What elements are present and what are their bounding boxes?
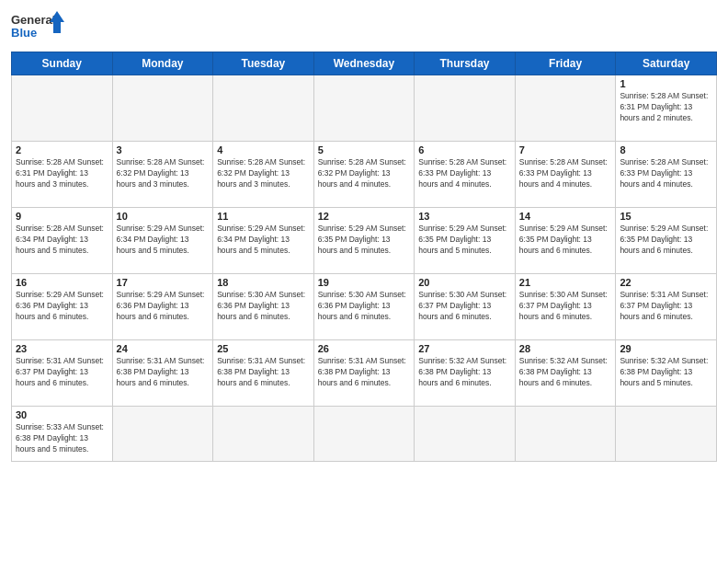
week-row-1: 2Sunrise: 5:28 AM Sunset: 6:31 PM Daylig… [12,142,717,208]
day-info: Sunrise: 5:30 AM Sunset: 6:36 PM Dayligh… [217,290,310,323]
day-info: Sunrise: 5:28 AM Sunset: 6:34 PM Dayligh… [16,224,108,257]
calendar-cell [415,75,516,142]
day-info: Sunrise: 5:28 AM Sunset: 6:33 PM Dayligh… [418,157,511,190]
day-info: Sunrise: 5:28 AM Sunset: 6:33 PM Dayligh… [519,157,612,190]
day-info: Sunrise: 5:29 AM Sunset: 6:34 PM Dayligh… [217,224,310,257]
calendar-cell: 29Sunrise: 5:32 AM Sunset: 6:38 PM Dayli… [616,340,717,407]
day-number: 9 [16,211,108,222]
day-number: 4 [217,144,310,155]
day-info: Sunrise: 5:28 AM Sunset: 6:32 PM Dayligh… [318,157,411,190]
day-info: Sunrise: 5:28 AM Sunset: 6:32 PM Dayligh… [217,157,310,190]
general-blue-logo-icon: General Blue [11,9,66,44]
day-header-monday: Monday [112,52,213,75]
day-number: 25 [217,343,310,354]
calendar-cell [515,75,616,142]
calendar-cell: 1Sunrise: 5:28 AM Sunset: 6:31 PM Daylig… [616,75,717,142]
day-info: Sunrise: 5:31 AM Sunset: 6:38 PM Dayligh… [117,356,210,389]
calendar-cell: 25Sunrise: 5:31 AM Sunset: 6:38 PM Dayli… [213,340,314,407]
calendar-cell: 4Sunrise: 5:28 AM Sunset: 6:32 PM Daylig… [213,142,314,208]
day-number: 16 [16,277,108,288]
day-number: 30 [16,409,108,420]
calendar-cell: 17Sunrise: 5:29 AM Sunset: 6:36 PM Dayli… [112,274,213,340]
calendar-cell [213,75,314,142]
day-number: 27 [418,343,511,354]
day-info: Sunrise: 5:31 AM Sunset: 6:37 PM Dayligh… [16,356,108,389]
calendar-cell [112,75,213,142]
day-number: 21 [519,277,612,288]
calendar-cell: 24Sunrise: 5:31 AM Sunset: 6:38 PM Dayli… [112,340,213,407]
day-header-friday: Friday [515,52,616,75]
day-header-tuesday: Tuesday [213,52,314,75]
header: General Blue [11,9,717,44]
calendar-cell: 7Sunrise: 5:28 AM Sunset: 6:33 PM Daylig… [515,142,616,208]
day-info: Sunrise: 5:29 AM Sunset: 6:35 PM Dayligh… [519,224,612,257]
day-info: Sunrise: 5:29 AM Sunset: 6:36 PM Dayligh… [16,290,108,323]
calendar-cell: 18Sunrise: 5:30 AM Sunset: 6:36 PM Dayli… [213,274,314,340]
calendar-cell: 10Sunrise: 5:29 AM Sunset: 6:34 PM Dayli… [112,208,213,274]
calendar-cell [313,75,415,142]
day-number: 23 [16,343,108,354]
day-info: Sunrise: 5:30 AM Sunset: 6:36 PM Dayligh… [318,290,411,323]
day-number: 2 [16,144,108,155]
calendar-cell: 16Sunrise: 5:29 AM Sunset: 6:36 PM Dayli… [12,274,113,340]
logo: General Blue [11,9,66,44]
day-header-row: SundayMondayTuesdayWednesdayThursdayFrid… [12,52,717,75]
day-info: Sunrise: 5:29 AM Sunset: 6:35 PM Dayligh… [318,224,411,257]
day-info: Sunrise: 5:28 AM Sunset: 6:33 PM Dayligh… [620,157,712,190]
day-info: Sunrise: 5:31 AM Sunset: 6:38 PM Dayligh… [217,356,310,389]
svg-text:Blue: Blue [11,26,37,40]
day-number: 6 [418,144,511,155]
calendar-cell: 26Sunrise: 5:31 AM Sunset: 6:38 PM Dayli… [313,340,415,407]
day-number: 20 [418,277,511,288]
calendar-cell [213,407,314,462]
calendar-cell [515,407,616,462]
day-number: 17 [117,277,210,288]
calendar-cell [415,407,516,462]
day-header-thursday: Thursday [415,52,516,75]
day-number: 11 [217,211,310,222]
day-info: Sunrise: 5:30 AM Sunset: 6:37 PM Dayligh… [418,290,511,323]
calendar-cell: 5Sunrise: 5:28 AM Sunset: 6:32 PM Daylig… [313,142,415,208]
calendar-cell: 23Sunrise: 5:31 AM Sunset: 6:37 PM Dayli… [12,340,113,407]
calendar-cell [112,407,213,462]
day-info: Sunrise: 5:32 AM Sunset: 6:38 PM Dayligh… [519,356,612,389]
week-row-2: 9Sunrise: 5:28 AM Sunset: 6:34 PM Daylig… [12,208,717,274]
week-row-3: 16Sunrise: 5:29 AM Sunset: 6:36 PM Dayli… [12,274,717,340]
day-number: 28 [519,343,612,354]
calendar-cell: 15Sunrise: 5:29 AM Sunset: 6:35 PM Dayli… [616,208,717,274]
day-number: 7 [519,144,612,155]
calendar-cell: 6Sunrise: 5:28 AM Sunset: 6:33 PM Daylig… [415,142,516,208]
day-info: Sunrise: 5:30 AM Sunset: 6:37 PM Dayligh… [519,290,612,323]
calendar-cell: 12Sunrise: 5:29 AM Sunset: 6:35 PM Dayli… [313,208,415,274]
calendar-cell: 13Sunrise: 5:29 AM Sunset: 6:35 PM Dayli… [415,208,516,274]
day-number: 12 [318,211,411,222]
week-row-0: 1Sunrise: 5:28 AM Sunset: 6:31 PM Daylig… [12,75,717,142]
calendar-cell: 28Sunrise: 5:32 AM Sunset: 6:38 PM Dayli… [515,340,616,407]
calendar-page: General Blue SundayMondayTuesdayWednesda… [0,0,728,563]
calendar-cell [12,75,113,142]
day-header-saturday: Saturday [616,52,717,75]
calendar-cell: 19Sunrise: 5:30 AM Sunset: 6:36 PM Dayli… [313,274,415,340]
calendar-cell [313,407,415,462]
day-number: 26 [318,343,411,354]
day-number: 10 [117,211,210,222]
day-info: Sunrise: 5:28 AM Sunset: 6:31 PM Dayligh… [16,157,108,190]
day-number: 13 [418,211,511,222]
day-info: Sunrise: 5:29 AM Sunset: 6:35 PM Dayligh… [620,224,712,257]
day-info: Sunrise: 5:29 AM Sunset: 6:36 PM Dayligh… [117,290,210,323]
day-info: Sunrise: 5:29 AM Sunset: 6:34 PM Dayligh… [117,224,210,257]
day-number: 22 [620,277,712,288]
day-number: 3 [117,144,210,155]
day-info: Sunrise: 5:32 AM Sunset: 6:38 PM Dayligh… [418,356,511,389]
week-row-5: 30Sunrise: 5:33 AM Sunset: 6:38 PM Dayli… [12,407,717,462]
svg-text:General: General [11,13,55,27]
day-info: Sunrise: 5:28 AM Sunset: 6:31 PM Dayligh… [620,91,712,124]
calendar-cell: 3Sunrise: 5:28 AM Sunset: 6:32 PM Daylig… [112,142,213,208]
day-info: Sunrise: 5:29 AM Sunset: 6:35 PM Dayligh… [418,224,511,257]
day-number: 29 [620,343,712,354]
day-number: 24 [117,343,210,354]
calendar-cell: 2Sunrise: 5:28 AM Sunset: 6:31 PM Daylig… [12,142,113,208]
day-number: 14 [519,211,612,222]
day-number: 15 [620,211,712,222]
calendar-cell: 20Sunrise: 5:30 AM Sunset: 6:37 PM Dayli… [415,274,516,340]
